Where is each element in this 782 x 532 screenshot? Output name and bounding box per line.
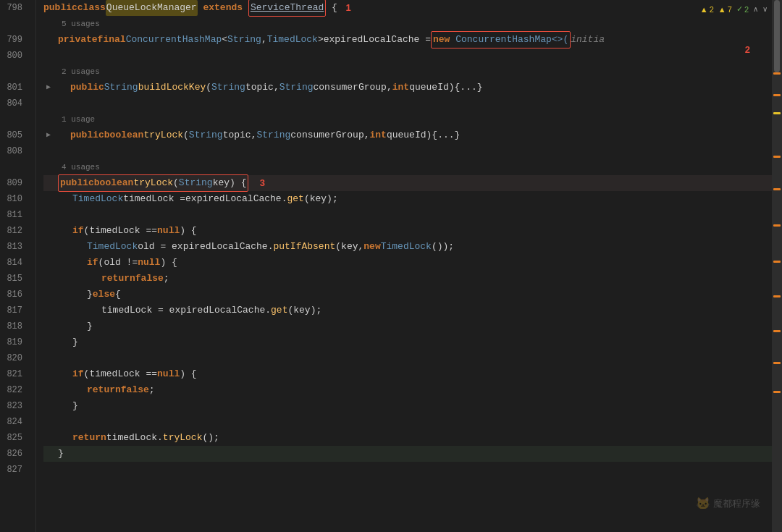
warning-triangle-1: ▲ 2 <box>700 5 714 14</box>
code-line-811 <box>43 207 772 223</box>
line-num-827: 827 <box>0 462 28 478</box>
type-timedlock-813: TimedLock <box>87 239 138 255</box>
code-line-810: TimedLock timedLock = expiredLocalCache.… <box>43 191 772 207</box>
code-line-814: if (old != null ) { <box>43 255 772 271</box>
line-num-usages1 <box>0 111 28 127</box>
code-line-826: } <box>43 446 772 462</box>
param-topic2: topic, <box>223 127 257 143</box>
code-line-819: } <box>43 334 772 350</box>
kw-null-812: null <box>157 223 180 239</box>
line-num-816: 816 <box>0 287 28 303</box>
keyword-public: public <box>43 0 77 16</box>
if-open-brace-821: ) { <box>180 366 196 382</box>
scroll-marker-11 <box>773 391 781 393</box>
kw-int2: int <box>370 127 387 143</box>
param-string-key: ( <box>173 175 179 191</box>
scroll-marker-3 <box>773 112 781 114</box>
type-timedlock-810: TimedLock <box>72 191 123 207</box>
line-num-821: 821 <box>0 366 28 382</box>
expand-arrow-801[interactable]: ▶ <box>43 83 54 93</box>
code-line-usages-1: 1 usage <box>43 111 772 127</box>
code-line-813: TimedLock old = expiredLocalCache. putIf… <box>43 239 772 255</box>
kw-if-821: if <box>72 366 84 382</box>
kw-else: else <box>93 287 115 303</box>
kw-public-801: public <box>70 80 104 96</box>
type-chm2: ConcurrentHashMap<>( <box>455 34 568 45</box>
line-num-818: 818 <box>0 318 28 334</box>
line-num-817: 817 <box>0 303 28 318</box>
param-cg2: consumerGroup, <box>290 127 369 143</box>
warning-triangle-2: ▲ 7 <box>718 5 732 14</box>
keyword-extends: extends <box>203 0 243 16</box>
scroll-marker-6 <box>773 224 781 227</box>
timedlock-assign: timedLock = expiredLocalCache. <box>101 303 271 318</box>
kw-null-821: null <box>157 366 180 382</box>
code-line-815: return false ; <box>43 271 772 287</box>
line-num-804: 804 <box>0 96 28 111</box>
varname-expiredlocalcache: expiredLocalCache = <box>324 32 431 48</box>
line-num-824: 824 <box>0 414 28 430</box>
line-num-822: 822 <box>0 382 28 398</box>
type-timedlock-new: TimedLock <box>381 239 432 255</box>
line-num-798: 798 <box>0 0 28 16</box>
kw-return-825: return <box>72 430 106 446</box>
code-line-usages-4: 4 usages <box>43 159 772 175</box>
code-line-818: } <box>43 318 772 334</box>
if-open-brace-814: ) { <box>160 255 177 271</box>
kw-private: private <box>58 32 98 48</box>
chevron-up-icon[interactable]: ∧ <box>753 5 758 13</box>
usages-4-label[interactable]: 4 usages <box>62 159 100 175</box>
usages-1-label[interactable]: 1 usage <box>62 111 95 127</box>
kw-new: new <box>433 34 455 45</box>
if-condition-814: (old != <box>98 255 138 271</box>
line-num-814: 814 <box>0 255 28 271</box>
type-string-param1: String <box>211 80 245 96</box>
kw-boolean-809: boolean <box>94 175 134 191</box>
line-num-820: 820 <box>0 350 28 366</box>
params-buildlockkey: ( <box>206 80 211 96</box>
fn-trylock-1p: tryLock <box>133 175 173 191</box>
call-get-arg: (key); <box>304 191 338 207</box>
fn-putifabsent: putIfAbsent <box>273 239 335 255</box>
type-string-param2: String <box>279 80 314 96</box>
if-condition-812: (timedLock == <box>84 223 157 239</box>
generic-close: > <box>318 32 324 48</box>
line-num-800: 800 <box>0 48 28 64</box>
code-line-812: if (timedLock == null ) { <box>43 223 772 239</box>
usages-2-label[interactable]: 2 usages <box>62 64 100 80</box>
fn-trylock-call: tryLock <box>163 430 203 446</box>
fn-buildlockkey: buildLockKey <box>138 80 206 96</box>
collapsed-body-1: {...} <box>455 80 483 96</box>
line-num-799: 799 <box>0 32 28 48</box>
line-num-812: 812 <box>0 223 28 239</box>
scroll-marker-2 <box>773 94 781 96</box>
open-brace-816: { <box>115 287 121 303</box>
line-numbers-panel: 798 799 800 801 804 805 808 809 810 811 … <box>0 0 36 532</box>
expand-arrow-805[interactable]: ▶ <box>43 130 54 140</box>
chevron-down-icon[interactable]: ∨ <box>762 5 768 13</box>
code-line-817: timedLock = expiredLocalCache. get (key)… <box>43 303 772 318</box>
param-consumergroup: consumerGroup, <box>314 80 392 96</box>
kw-false-815: false <box>135 271 164 287</box>
generic-open: < <box>222 32 227 48</box>
line-num-810: 810 <box>0 191 28 207</box>
code-line-825: return timedLock. tryLock (); <box>43 430 772 446</box>
usages-5-label[interactable]: 5 usages <box>62 16 100 32</box>
code-line-usages-2: 2 usages <box>43 64 772 80</box>
if-open-brace: ) { <box>180 223 196 239</box>
scrollbar-track[interactable] <box>772 0 782 532</box>
close-brace-816: } <box>87 287 93 303</box>
kw-if-812: if <box>72 223 84 239</box>
semicolon-822: ; <box>149 382 155 398</box>
code-line-798: public class QueueLockManager extends Se… <box>43 0 772 16</box>
type-string-801: String <box>104 80 138 96</box>
code-area: public class QueueLockManager extends Se… <box>36 0 772 532</box>
type-string: String <box>227 32 261 48</box>
code-line-usages-5: 5 usages <box>43 16 772 32</box>
constructor-call: ()); <box>432 239 454 255</box>
kw-public-805: public <box>70 127 104 143</box>
scrollbar-thumb[interactable] <box>774 0 780 72</box>
kw-false-822: false <box>121 382 149 398</box>
trylock1param-box: public boolean tryLock ( String key) { <box>58 174 248 192</box>
kw-new-813: new <box>363 239 380 255</box>
